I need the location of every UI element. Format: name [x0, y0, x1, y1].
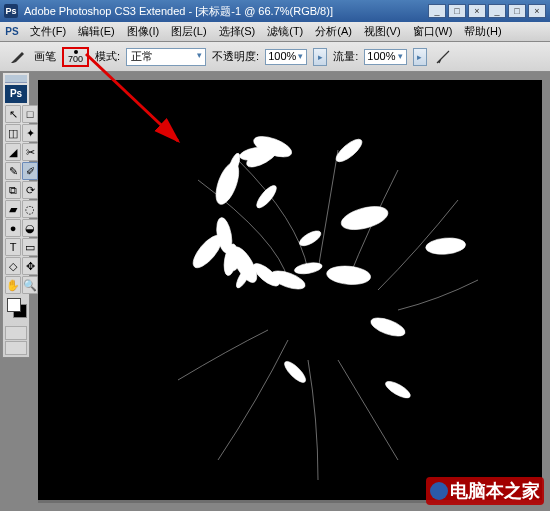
- menu-help[interactable]: 帮助(H): [458, 24, 507, 39]
- tool-pen[interactable]: ▭: [22, 238, 38, 256]
- svg-point-18: [383, 378, 412, 401]
- screenmode-button[interactable]: [5, 341, 27, 355]
- tool-hand[interactable]: ✋: [5, 276, 21, 294]
- menu-view[interactable]: 视图(V): [358, 24, 407, 39]
- tool-brush[interactable]: ✐: [22, 162, 38, 180]
- opacity-flyout[interactable]: ▸: [313, 48, 327, 66]
- brush-preset-picker[interactable]: 700: [62, 47, 89, 67]
- options-bar: 画笔 700 模式: 正常 不透明度: 100% ▸ 流量: 100% ▸: [0, 42, 550, 72]
- window-max-button[interactable]: □: [508, 4, 526, 18]
- svg-point-7: [339, 202, 391, 234]
- menu-image[interactable]: 图像(I): [121, 24, 165, 39]
- app-logo: Ps: [4, 4, 18, 18]
- window-title: Adobe Photoshop CS3 Extended - [未标题-1 @ …: [24, 4, 426, 19]
- tool-crop[interactable]: ◢: [5, 143, 21, 161]
- toolbox: Ps ↖ □ ◫ ✦ ◢ ✂ ✎ ✐ ⧉ ⟳ ▰ ◌ ● ◒ T ▭ ◇ ✥ ✋…: [2, 72, 30, 358]
- toolbox-handle[interactable]: [5, 75, 27, 83]
- menubar: PS 文件(F) 编辑(E) 图像(I) 图层(L) 选择(S) 滤镜(T) 分…: [0, 22, 550, 42]
- tool-marquee[interactable]: □: [22, 105, 38, 123]
- tool-blur[interactable]: ●: [5, 219, 21, 237]
- menu-select[interactable]: 选择(S): [213, 24, 262, 39]
- doc-close-button[interactable]: ×: [468, 4, 486, 18]
- tool-move[interactable]: ↖: [5, 105, 21, 123]
- tool-slice[interactable]: ✂: [22, 143, 38, 161]
- tool-dodge[interactable]: ◒: [22, 219, 38, 237]
- menu-logo: PS: [4, 24, 20, 40]
- tool-type[interactable]: T: [5, 238, 21, 256]
- svg-point-8: [369, 314, 408, 339]
- svg-point-17: [425, 236, 466, 255]
- opacity-label: 不透明度:: [212, 49, 259, 64]
- brush-size-value: 700: [68, 54, 83, 64]
- tool-eraser[interactable]: ▰: [5, 200, 21, 218]
- svg-point-11: [282, 358, 309, 385]
- flow-label: 流量:: [333, 49, 358, 64]
- doc-max-button[interactable]: □: [448, 4, 466, 18]
- airbrush-icon[interactable]: [433, 47, 453, 67]
- tool-zoom[interactable]: 🔍: [22, 276, 38, 294]
- quickmask-button[interactable]: [5, 326, 27, 340]
- mode-label: 模式:: [95, 49, 120, 64]
- menu-layer[interactable]: 图层(L): [165, 24, 212, 39]
- brush-tool-icon[interactable]: [6, 46, 28, 68]
- globe-icon: [430, 482, 448, 500]
- canvas[interactable]: [38, 80, 542, 500]
- color-swatches[interactable]: [5, 298, 27, 322]
- svg-point-12: [211, 160, 243, 208]
- canvas-area[interactable]: [38, 80, 542, 503]
- window-min-button[interactable]: _: [488, 4, 506, 18]
- brush-label: 画笔: [34, 49, 56, 64]
- svg-point-4: [297, 228, 323, 249]
- menu-file[interactable]: 文件(F): [24, 24, 72, 39]
- flow-input[interactable]: 100%: [364, 49, 406, 65]
- menu-edit[interactable]: 编辑(E): [72, 24, 121, 39]
- menu-analysis[interactable]: 分析(A): [309, 24, 358, 39]
- flow-flyout[interactable]: ▸: [413, 48, 427, 66]
- menu-filter[interactable]: 滤镜(T): [261, 24, 309, 39]
- toolbox-logo: Ps: [5, 85, 27, 103]
- tool-wand[interactable]: ✦: [22, 124, 38, 142]
- doc-min-button[interactable]: _: [428, 4, 446, 18]
- menu-window[interactable]: 窗口(W): [407, 24, 459, 39]
- svg-point-21: [254, 183, 280, 211]
- tool-shape[interactable]: ◇: [5, 257, 21, 275]
- mode-select[interactable]: 正常: [126, 48, 206, 66]
- opacity-input[interactable]: 100%: [265, 49, 307, 65]
- tool-heal[interactable]: ✎: [5, 162, 21, 180]
- tool-stamp[interactable]: ⧉: [5, 181, 21, 199]
- svg-point-10: [188, 231, 226, 272]
- tool-history[interactable]: ⟳: [22, 181, 38, 199]
- window-close-button[interactable]: ×: [528, 4, 546, 18]
- svg-point-5: [326, 264, 371, 286]
- fg-color-swatch[interactable]: [7, 298, 21, 312]
- watermark: 电脑本之家: [426, 477, 544, 505]
- tool-gradient[interactable]: ◌: [22, 200, 38, 218]
- tool-notes[interactable]: ✥: [22, 257, 38, 275]
- tool-lasso[interactable]: ◫: [5, 124, 21, 142]
